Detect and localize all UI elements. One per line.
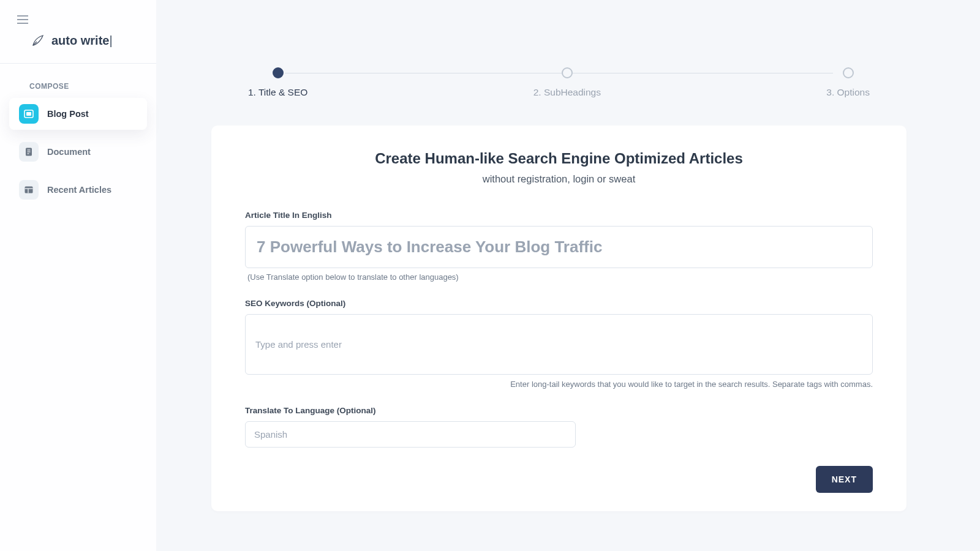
recent-articles-icon	[19, 180, 39, 200]
step-label: 3. Options	[826, 87, 870, 98]
brand-name: auto write|	[51, 34, 113, 48]
translate-label: Translate To Language (Optional)	[245, 406, 873, 415]
card-subtitle: without registration, login or sweat	[245, 173, 873, 185]
blog-post-icon	[19, 104, 39, 124]
main-content: 1. Title & SEO 2. SubHeadings 3. Options…	[156, 0, 980, 551]
article-title-label: Article Title In English	[245, 211, 873, 220]
step-dot-icon	[562, 67, 573, 78]
form-actions: NEXT	[245, 466, 873, 493]
article-title-hint: (Use Translate option below to translate…	[245, 272, 873, 282]
sidebar: auto write| COMPOSE Blog Post Document R	[0, 0, 156, 551]
seo-keywords-hint: Enter long-tail keywords that you would …	[245, 380, 873, 389]
step-dot-icon	[843, 67, 854, 78]
step-title-seo[interactable]: 1. Title & SEO	[248, 67, 307, 98]
sidebar-item-blog-post[interactable]: Blog Post	[9, 98, 147, 130]
sidebar-item-label: Recent Articles	[47, 185, 111, 195]
seo-keywords-label: SEO Keywords (Optional)	[245, 299, 873, 308]
menu-toggle[interactable]	[0, 15, 156, 33]
document-icon	[19, 142, 39, 162]
sidebar-item-label: Blog Post	[47, 109, 89, 119]
stepper: 1. Title & SEO 2. SubHeadings 3. Options	[248, 67, 870, 98]
field-translate-language: Translate To Language (Optional)	[245, 406, 873, 448]
brand[interactable]: auto write|	[0, 33, 156, 64]
hamburger-icon	[17, 15, 28, 24]
step-label: 1. Title & SEO	[248, 87, 307, 98]
step-dot-icon	[273, 67, 284, 78]
sidebar-item-label: Document	[47, 147, 91, 157]
quill-icon	[31, 33, 45, 48]
sidebar-nav: Blog Post Document Recent Articles	[0, 98, 156, 206]
field-article-title: Article Title In English (Use Translate …	[245, 211, 873, 282]
translate-language-input[interactable]	[245, 421, 576, 448]
next-button[interactable]: NEXT	[816, 466, 873, 493]
sidebar-item-recent-articles[interactable]: Recent Articles	[9, 174, 147, 206]
form-card: Create Human-like Search Engine Optimize…	[211, 126, 907, 511]
sidebar-item-document[interactable]: Document	[9, 136, 147, 168]
field-seo-keywords: SEO Keywords (Optional) Enter long-tail …	[245, 299, 873, 389]
card-title: Create Human-like Search Engine Optimize…	[245, 150, 873, 167]
article-title-input[interactable]	[245, 226, 873, 268]
svg-rect-4	[26, 112, 31, 116]
step-label: 2. SubHeadings	[533, 87, 601, 98]
sidebar-section-label: COMPOSE	[0, 64, 156, 98]
step-subheadings[interactable]: 2. SubHeadings	[533, 67, 601, 98]
svg-rect-9	[25, 187, 33, 193]
step-options[interactable]: 3. Options	[826, 67, 870, 98]
seo-keywords-input[interactable]	[245, 314, 873, 375]
